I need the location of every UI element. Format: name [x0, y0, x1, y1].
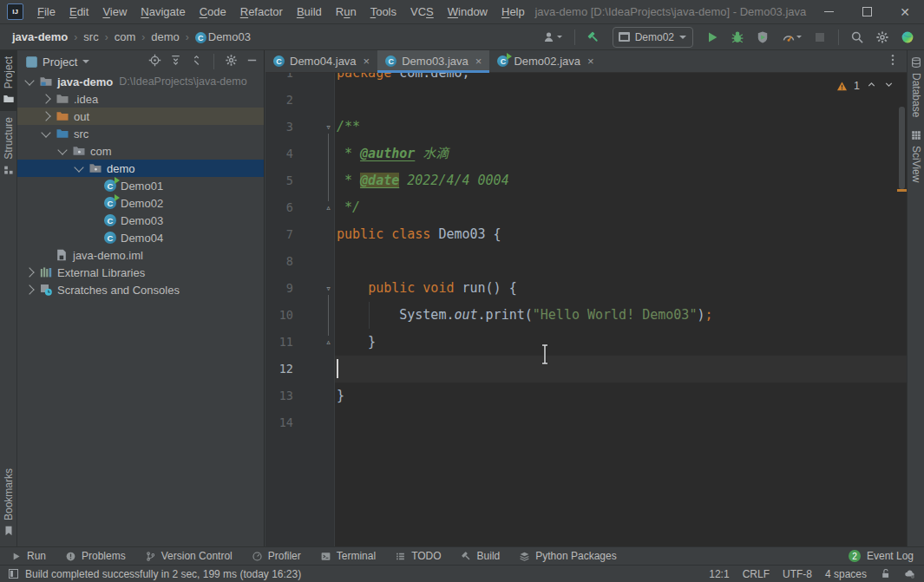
tab-options-button[interactable] — [886, 53, 900, 69]
file-encoding[interactable]: UTF-8 — [783, 568, 812, 580]
menu-vcs[interactable]: VCS — [403, 0, 441, 23]
close-tab-icon[interactable]: × — [364, 56, 370, 67]
line-number-13[interactable]: 13 — [265, 383, 293, 409]
collapse-all-button[interactable] — [190, 54, 203, 69]
menu-code[interactable]: Code — [193, 0, 233, 23]
tool-button-run[interactable]: Run — [10, 550, 46, 562]
menu-run[interactable]: Run — [329, 0, 364, 23]
profiler-button[interactable] — [778, 28, 804, 47]
tool-button-version-control[interactable]: Version Control — [145, 550, 233, 562]
line-number-14[interactable]: 14 — [265, 409, 293, 436]
tree-item-idea[interactable]: .idea — [17, 90, 264, 108]
caret-position[interactable]: 12:1 — [709, 568, 729, 580]
tool-button-profiler[interactable]: Profiler — [252, 550, 301, 562]
tool-button-terminal[interactable]: Terminal — [320, 550, 376, 562]
menu-tools[interactable]: Tools — [364, 0, 403, 23]
chevron-collapsed-icon[interactable] — [24, 267, 34, 277]
previous-issue-button[interactable] — [866, 78, 877, 94]
expand-all-button[interactable] — [169, 54, 182, 69]
menu-refactor[interactable]: Refactor — [233, 0, 290, 23]
line-number-2[interactable]: 2 — [265, 87, 293, 114]
tool-button-sciview[interactable]: SciView — [908, 123, 924, 188]
menu-navigate[interactable]: Navigate — [134, 0, 192, 23]
tree-item-demo04[interactable]: CDemo04 — [17, 229, 264, 246]
chevron-collapsed-icon[interactable] — [41, 111, 50, 121]
inspections-widget[interactable]: 1 — [836, 78, 895, 94]
tool-button-problems[interactable]: Problems — [65, 550, 126, 562]
chevron-collapsed-icon[interactable] — [41, 94, 50, 103]
chevron-expanded-icon[interactable] — [41, 128, 50, 137]
breadcrumb-demo03[interactable]: CDemo03 — [195, 30, 251, 44]
menu-file[interactable]: File — [30, 0, 62, 23]
error-stripe-mark[interactable] — [897, 189, 907, 192]
tool-button-build[interactable]: Build — [461, 550, 501, 562]
minimize-button[interactable] — [809, 0, 848, 24]
editor-scrollbar[interactable] — [897, 73, 907, 546]
tree-item-scratches-and-consoles[interactable]: Scratches and Consoles — [17, 281, 264, 298]
breadcrumb-java-demo[interactable]: java-demo — [12, 30, 68, 43]
line-number-3[interactable]: 3 — [265, 114, 293, 141]
tree-item-java-demo-iml[interactable]: java-demo.iml — [17, 246, 264, 264]
tree-item-demo02[interactable]: CDemo02 — [17, 194, 264, 212]
menu-help[interactable]: Help — [495, 0, 532, 23]
settings-button[interactable] — [873, 28, 892, 47]
close-tab-icon[interactable]: × — [475, 56, 482, 67]
editor-gutter[interactable]: 1234567891011121314▿▵▿▵ — [265, 73, 335, 546]
chevron-expanded-icon[interactable] — [24, 75, 34, 85]
tab-demo04-java[interactable]: CDemo04.java× — [265, 50, 377, 72]
close-tab-icon[interactable]: × — [587, 56, 594, 67]
tool-button-bookmarks[interactable]: Bookmarks — [0, 462, 16, 543]
line-number-5[interactable]: 5 — [265, 167, 293, 194]
tab-demo02-java[interactable]: CDemo02.java× — [489, 50, 601, 72]
line-separator[interactable]: CRLF — [743, 568, 770, 580]
tab-demo03-java[interactable]: CDemo03.java× — [377, 50, 489, 72]
chevron-expanded-icon[interactable] — [74, 162, 83, 172]
code-with-me-button[interactable] — [898, 28, 917, 47]
line-number-7[interactable]: 7 — [265, 221, 293, 248]
next-issue-button[interactable] — [883, 78, 895, 94]
line-number-6[interactable]: 6 — [265, 194, 293, 221]
run-button[interactable] — [703, 28, 722, 47]
lock-open-icon[interactable] — [880, 568, 891, 579]
locate-button[interactable] — [148, 54, 161, 69]
tree-item-src[interactable]: src — [17, 125, 264, 142]
line-number-4[interactable]: 4 — [265, 141, 293, 167]
settings-button[interactable] — [225, 54, 238, 69]
profile-user-button[interactable] — [540, 28, 566, 47]
line-number-10[interactable]: 10 — [265, 302, 293, 329]
menu-edit[interactable]: Edit — [62, 0, 95, 23]
tool-button-database[interactable]: Database — [908, 50, 924, 123]
menu-build[interactable]: Build — [290, 0, 329, 23]
line-number-9[interactable]: 9 — [265, 275, 293, 302]
tool-button-python-packages[interactable]: Python Packages — [519, 550, 616, 562]
tool-button-project[interactable]: Project — [0, 50, 16, 111]
line-number-8[interactable]: 8 — [265, 248, 293, 275]
debug-button[interactable] — [728, 28, 747, 47]
chevron-down-icon[interactable] — [82, 60, 89, 63]
chevron-collapsed-icon[interactable] — [24, 284, 34, 294]
code-content[interactable]: package com.demo;/** * @author 水滴 * @dat… — [337, 73, 895, 546]
line-number-11[interactable]: 11 — [265, 329, 293, 356]
indent-setting[interactable]: 4 spaces — [825, 568, 867, 580]
tool-button-structure[interactable]: Structure — [0, 111, 16, 182]
coverage-button[interactable] — [753, 28, 772, 47]
event-log-button[interactable]: 2Event Log — [849, 550, 914, 562]
tool-window-toggle-icon[interactable] — [9, 569, 18, 579]
project-panel-title[interactable]: Project — [43, 56, 77, 69]
cloud-settings-icon[interactable] — [904, 568, 915, 579]
maximize-button[interactable] — [848, 0, 886, 24]
tree-item-java-demo[interactable]: java-demoD:\IdeaProjects\java-demo — [17, 73, 264, 90]
line-number-12[interactable]: 12 — [265, 356, 293, 383]
hide-button[interactable] — [246, 54, 259, 69]
scrollbar-thumb[interactable] — [899, 107, 905, 189]
menu-window[interactable]: Window — [441, 0, 495, 23]
build-project-button[interactable] — [584, 28, 603, 47]
line-number-1[interactable]: 1 — [265, 73, 293, 87]
tree-item-demo[interactable]: demo — [17, 160, 264, 177]
breadcrumb-com[interactable]: com — [115, 30, 136, 43]
tree-item-com[interactable]: com — [17, 142, 264, 160]
close-button[interactable]: ✕ — [886, 0, 924, 24]
tree-item-external-libraries[interactable]: External Libraries — [17, 264, 264, 281]
tree-item-demo03[interactable]: CDemo03 — [17, 212, 264, 229]
code-editor[interactable]: 1234567891011121314▿▵▿▵package com.demo;… — [265, 73, 907, 546]
